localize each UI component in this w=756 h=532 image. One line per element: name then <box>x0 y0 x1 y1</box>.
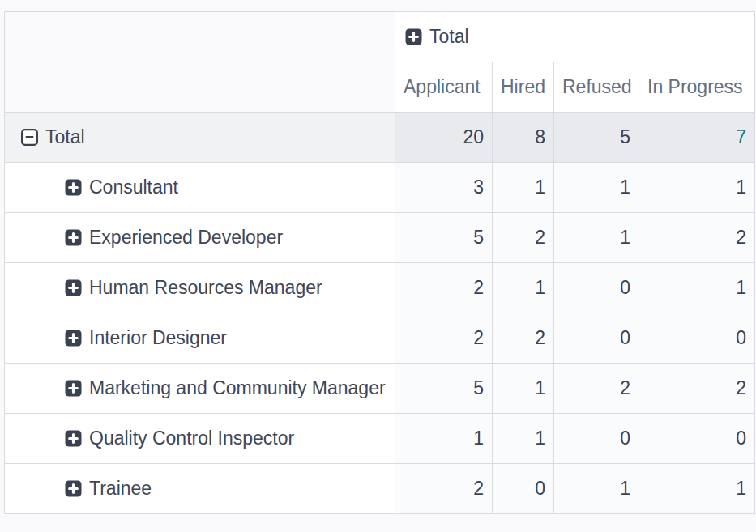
plus-square-icon[interactable] <box>65 430 82 447</box>
measure-header-hired[interactable]: Hired <box>493 62 554 113</box>
row-label: Human Resources Manager <box>89 277 322 298</box>
row-header-experienced-developer[interactable]: Experienced Developer <box>5 213 395 263</box>
column-group-row: Total <box>5 12 755 62</box>
row-label: Trainee <box>89 478 152 499</box>
cell-consultant-applicant[interactable]: 3 <box>395 163 493 213</box>
row-header-marketing-and-community-manager[interactable]: Marketing and Community Manager <box>5 364 395 414</box>
row-header-total[interactable]: Total <box>5 113 395 163</box>
row-header-trainee[interactable]: Trainee <box>5 464 395 514</box>
cell-experienced-developer-hired[interactable]: 2 <box>493 213 554 263</box>
row-label: Marketing and Community Manager <box>89 377 386 398</box>
cell-total-refused[interactable]: 5 <box>554 113 639 163</box>
table-row-human-resources-manager: Human Resources Manager 2 1 0 1 <box>5 263 755 313</box>
column-group-header-total[interactable]: Total <box>395 12 755 62</box>
cell-quality-control-inspector-applicant[interactable]: 1 <box>395 414 493 464</box>
cell-consultant-in-progress[interactable]: 1 <box>639 163 755 213</box>
table-row-consultant: Consultant 3 1 1 1 <box>5 163 755 213</box>
cell-human-resources-manager-hired[interactable]: 1 <box>493 263 554 313</box>
plus-square-icon[interactable] <box>65 279 82 296</box>
plus-square-icon[interactable] <box>65 229 82 246</box>
row-header-quality-control-inspector[interactable]: Quality Control Inspector <box>5 414 395 464</box>
row-label: Quality Control Inspector <box>89 428 294 449</box>
corner-cell <box>5 12 395 113</box>
table-row-quality-control-inspector: Quality Control Inspector 1 1 0 0 <box>5 414 755 464</box>
plus-square-icon[interactable] <box>65 480 82 497</box>
cell-total-applicant[interactable]: 20 <box>395 113 493 163</box>
cell-experienced-developer-applicant[interactable]: 5 <box>395 213 493 263</box>
cell-marketing-and-community-manager-hired[interactable]: 1 <box>493 364 554 414</box>
cell-human-resources-manager-refused[interactable]: 0 <box>554 263 639 313</box>
cell-marketing-and-community-manager-applicant[interactable]: 5 <box>395 364 493 414</box>
cell-trainee-applicant[interactable]: 2 <box>395 464 493 514</box>
cell-consultant-hired[interactable]: 1 <box>493 163 554 213</box>
cell-marketing-and-community-manager-in-progress[interactable]: 2 <box>639 364 755 414</box>
plus-square-icon[interactable] <box>65 330 82 347</box>
cell-quality-control-inspector-hired[interactable]: 1 <box>493 414 554 464</box>
plus-square-icon[interactable] <box>405 28 422 45</box>
cell-interior-designer-hired[interactable]: 2 <box>493 313 554 364</box>
row-label: Total <box>45 126 85 147</box>
table-row-experienced-developer: Experienced Developer 5 2 1 2 <box>5 213 755 263</box>
cell-human-resources-manager-applicant[interactable]: 2 <box>395 263 493 313</box>
table-row-interior-designer: Interior Designer 2 2 0 0 <box>5 313 755 364</box>
pivot-table: Total Applicant Hired Refused In Progres… <box>4 11 755 514</box>
column-group-label: Total <box>429 26 469 47</box>
cell-trainee-in-progress[interactable]: 1 <box>639 464 755 514</box>
row-label: Experienced Developer <box>89 227 283 248</box>
plus-square-icon[interactable] <box>65 179 82 196</box>
plus-square-icon[interactable] <box>65 380 82 397</box>
cell-experienced-developer-in-progress[interactable]: 2 <box>639 213 755 263</box>
measure-header-in-progress[interactable]: In Progress <box>639 62 755 113</box>
row-header-consultant[interactable]: Consultant <box>5 163 395 213</box>
row-header-interior-designer[interactable]: Interior Designer <box>5 313 395 364</box>
cell-total-in-progress[interactable]: 7 <box>639 113 755 163</box>
row-header-human-resources-manager[interactable]: Human Resources Manager <box>5 263 395 313</box>
row-label: Interior Designer <box>89 327 227 348</box>
measure-header-refused[interactable]: Refused <box>554 62 639 113</box>
cell-quality-control-inspector-refused[interactable]: 0 <box>554 414 639 464</box>
table-row-trainee: Trainee 2 0 1 1 <box>5 464 755 514</box>
cell-trainee-hired[interactable]: 0 <box>493 464 554 514</box>
cell-human-resources-manager-in-progress[interactable]: 1 <box>639 263 755 313</box>
cell-interior-designer-applicant[interactable]: 2 <box>395 313 493 364</box>
cell-quality-control-inspector-in-progress[interactable]: 0 <box>639 414 755 464</box>
cell-interior-designer-refused[interactable]: 0 <box>554 313 639 364</box>
table-row-total: Total 20 8 5 7 <box>5 113 755 163</box>
cell-marketing-and-community-manager-refused[interactable]: 2 <box>554 364 639 414</box>
cell-experienced-developer-refused[interactable]: 1 <box>554 213 639 263</box>
row-label: Consultant <box>89 177 178 198</box>
minus-square-icon[interactable] <box>21 129 38 146</box>
cell-consultant-refused[interactable]: 1 <box>554 163 639 213</box>
cell-trainee-refused[interactable]: 1 <box>554 464 639 514</box>
measure-header-applicant[interactable]: Applicant <box>395 62 493 113</box>
table-row-marketing-and-community-manager: Marketing and Community Manager 5 1 2 2 <box>5 364 755 414</box>
cell-total-hired[interactable]: 8 <box>493 113 554 163</box>
cell-interior-designer-in-progress[interactable]: 0 <box>639 313 755 364</box>
